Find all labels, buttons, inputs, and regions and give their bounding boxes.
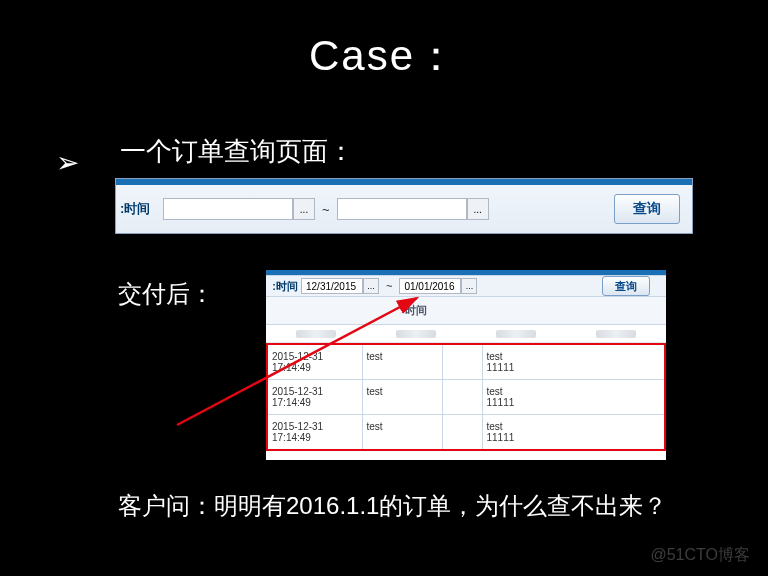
range-separator-2: ~ xyxy=(386,280,392,292)
watermark: @51CTO博客 xyxy=(650,545,750,566)
blurred-row xyxy=(266,325,666,343)
date-to-picker[interactable]: ... xyxy=(467,198,489,220)
customer-question: 客户问：明明有2016.1.1的订单，为什么查不出来？ xyxy=(118,490,678,522)
after-delivery-text: 交付后： xyxy=(118,278,214,310)
table-row: 2015-12-31 17:14:49 test test11111 xyxy=(267,415,665,451)
date-from-picker[interactable]: ... xyxy=(293,198,315,220)
date-from-input[interactable] xyxy=(163,198,293,220)
time-label: 时间: xyxy=(120,200,160,218)
date-to-input[interactable] xyxy=(337,198,467,220)
search-button-2[interactable]: 查询 xyxy=(602,276,650,296)
bullet-marker xyxy=(56,146,87,179)
date-to-picker-2[interactable]: ... xyxy=(461,278,477,294)
time-label-2: 时间: xyxy=(270,279,298,294)
date-from-picker-2[interactable]: ... xyxy=(363,278,379,294)
intro-text: 一个订单查询页面： xyxy=(120,134,354,169)
table-row: 2015-12-31 17:14:49 test test11111 xyxy=(267,344,665,380)
slide-title: Case： xyxy=(0,0,768,84)
table-row: 2015-12-31 17:14:49 test test11111 xyxy=(267,380,665,415)
query-panel-after: 时间: ... ~ ... 查询 时间 2015-12-31 17:14:49 … xyxy=(266,270,666,460)
date-from-input-2[interactable] xyxy=(301,278,363,294)
date-to-input-2[interactable] xyxy=(399,278,461,294)
table-header: 时间 xyxy=(266,297,666,325)
results-table: 2015-12-31 17:14:49 test test11111 2015-… xyxy=(266,343,666,451)
query-panel-before: 时间: ... ~ ... 查询 xyxy=(115,178,693,234)
search-button[interactable]: 查询 xyxy=(614,194,680,224)
range-separator: ~ xyxy=(322,202,330,217)
